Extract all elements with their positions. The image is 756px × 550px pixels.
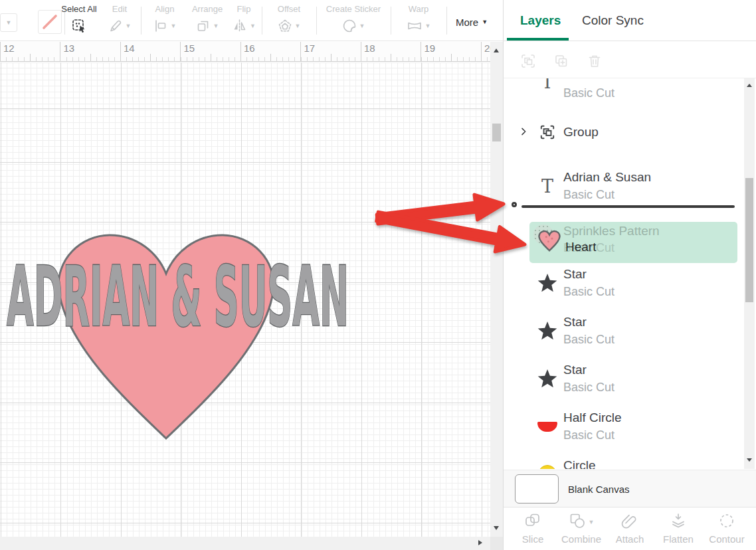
canvas-area: ▼ Select All Edit ▼ A <box>0 0 503 550</box>
highlighted-layer[interactable]: Sprinkles PatternBasic CutHeart <box>529 222 737 263</box>
layer-title: Adrian & Susan <box>563 170 651 185</box>
blank-canvas-thumbnail[interactable] <box>515 474 559 504</box>
caret-down-icon: ▼ <box>295 23 301 29</box>
create-sticker-button[interactable]: Create Sticker ▼ <box>319 4 388 34</box>
layers-panel: Layers Color Sync <box>504 0 756 550</box>
duplicate-button[interactable] <box>553 53 569 72</box>
drag-ghost-label: Heart <box>565 240 596 254</box>
chevron-down-icon: ▼ <box>6 19 12 26</box>
ruler-label: 12 <box>3 43 15 54</box>
drop-indicator <box>504 202 756 211</box>
horizontal-ruler: 121314151617181920 <box>0 42 490 62</box>
delete-button[interactable] <box>587 53 603 72</box>
layer-row-half-circle[interactable]: Half CircleBasic Cut <box>504 408 756 456</box>
layer-actions-bar <box>504 41 756 78</box>
flatten-icon <box>670 512 687 532</box>
toolbar-divider <box>446 7 447 35</box>
offset-button[interactable]: Offset ▼ <box>264 4 314 34</box>
tab-layers[interactable]: Layers <box>520 13 561 28</box>
layer-subtitle: Basic Cut <box>563 428 614 442</box>
action-label: Attach <box>616 533 644 545</box>
combine-icon <box>569 512 586 532</box>
select-all-label: Select All <box>61 4 96 15</box>
select-all-button[interactable]: Select All <box>58 4 100 34</box>
scroll-up-icon[interactable] <box>747 84 752 87</box>
flatten-button[interactable]: Flatten <box>655 513 702 545</box>
layer-row-sprinkles-pattern[interactable]: Sprinkles PatternBasic CutHeart <box>504 211 756 264</box>
warp-button[interactable]: Warp ▼ <box>393 4 444 34</box>
layer-tools-bar: Slice▼CombineAttachFlattenContour <box>504 507 756 550</box>
layer-row-group[interactable]: Group <box>504 106 756 154</box>
edit-button[interactable]: Edit ▼ <box>101 4 138 34</box>
edit-toolbar: ▼ Select All Edit ▼ A <box>0 0 503 41</box>
layers-scrollbar[interactable] <box>744 78 755 469</box>
diagonal-line-icon <box>41 13 58 31</box>
linetype-caret-button[interactable]: ▼ <box>0 13 17 32</box>
panel-tabs: Layers Color Sync <box>504 0 756 41</box>
tab-color-sync[interactable]: Color Sync <box>582 13 644 28</box>
design-text[interactable]: ADRIAN & SUSAN <box>7 248 349 345</box>
blank-canvas-bar[interactable]: Blank Canvas <box>504 470 756 507</box>
cricut-design-space-window: ▼ Select All Edit ▼ A <box>0 0 756 550</box>
layer-row-star[interactable]: StarBasic Cut <box>504 312 756 360</box>
toolbar-divider <box>262 7 262 35</box>
caret-down-icon: ▼ <box>425 23 431 29</box>
arrange-button[interactable]: Arrange ▼ <box>186 4 229 34</box>
active-tab-indicator <box>507 38 569 41</box>
align-icon <box>153 19 168 33</box>
layers-scroll-thumb[interactable] <box>745 178 753 302</box>
scroll-down-icon[interactable] <box>494 526 499 530</box>
ruler-label: 18 <box>364 43 375 54</box>
offset-label: Offset <box>278 4 300 15</box>
action-label: Combine <box>561 533 601 545</box>
combine-button[interactable]: ▼Combine <box>558 513 605 545</box>
layer-row-untitled[interactable]: TBasic Cut <box>504 78 756 106</box>
caret-down-icon: ▼ <box>126 23 132 29</box>
layer-title: Star <box>563 363 587 377</box>
layer-row-adrian-susan[interactable]: TAdrian & SusanBasic Cut <box>504 154 756 202</box>
flip-label: Flip <box>237 4 251 15</box>
align-button[interactable]: Align ▼ <box>143 4 186 34</box>
contour-button[interactable]: Contour <box>704 513 750 545</box>
sticker-icon <box>342 19 357 33</box>
more-button[interactable]: More ▼ <box>449 13 494 31</box>
action-label: Flatten <box>663 533 694 545</box>
action-label: Slice <box>522 533 544 545</box>
vertical-scroll-thumb[interactable] <box>492 124 501 141</box>
layer-subtitle: Basic Cut <box>563 86 614 100</box>
scroll-down-icon[interactable] <box>747 458 752 462</box>
layer-row-star[interactable]: StarBasic Cut <box>504 264 756 312</box>
heart-icon <box>537 229 562 256</box>
ruler-label: 17 <box>304 43 316 54</box>
design-canvas[interactable]: ADRIAN & SUSAN <box>0 62 490 537</box>
layer-title: Star <box>563 315 587 329</box>
caret-down-icon: ▼ <box>171 23 177 29</box>
flip-button[interactable]: Flip ▼ <box>229 4 259 34</box>
design-artwork: ADRIAN & SUSAN <box>0 62 490 537</box>
canvas-vertical-scrollbar[interactable] <box>490 42 503 537</box>
ruler-label: 14 <box>124 43 135 54</box>
caret-down-icon: ▼ <box>589 519 595 525</box>
scroll-right-icon[interactable] <box>478 540 482 545</box>
toolbar-divider <box>316 7 317 35</box>
canvas-horizontal-scrollbar[interactable] <box>0 537 490 550</box>
layer-row-circle[interactable]: Circle <box>504 456 756 469</box>
ruler-label: 16 <box>244 43 255 54</box>
caret-down-icon: ▼ <box>250 23 256 29</box>
drop-indicator-circle <box>512 202 517 207</box>
layer-subtitle: Basic Cut <box>563 333 614 347</box>
slice-button[interactable]: Slice <box>510 513 556 545</box>
scroll-up-icon[interactable] <box>494 48 499 52</box>
ruler-label: 20 <box>484 43 490 54</box>
circle-icon <box>537 464 558 469</box>
group-button[interactable] <box>520 53 536 72</box>
attach-button[interactable]: Attach <box>607 513 653 545</box>
layer-title: Group <box>563 125 599 139</box>
group-icon <box>520 53 536 69</box>
arrange-icon <box>196 19 211 33</box>
create-sticker-label: Create Sticker <box>326 4 381 15</box>
edit-label: Edit <box>112 4 127 15</box>
layer-row-star[interactable]: StarBasic Cut <box>504 360 756 408</box>
expand-chevron-icon[interactable] <box>518 126 529 139</box>
toolbar-divider <box>391 7 391 35</box>
